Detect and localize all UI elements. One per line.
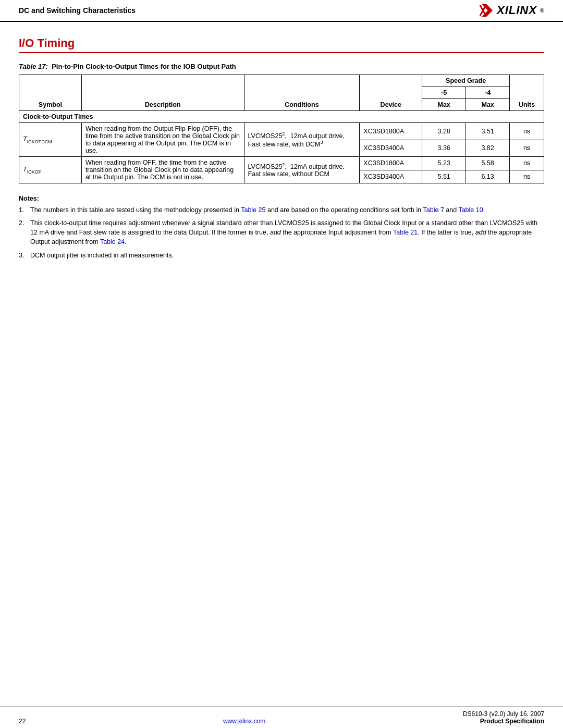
units-3400a-1: ns (510, 140, 544, 157)
page-content: I/O Timing Table 17: Pin-to-Pin Clock-to… (0, 22, 563, 285)
max5-1800a-2: 5.23 (422, 157, 466, 170)
max4-1800a-2: 5.58 (466, 157, 510, 170)
footer-website-link[interactable]: www.xilinx.com (223, 718, 265, 725)
xilinx-logo: XILINX ® (479, 3, 544, 18)
note-2-link2[interactable]: Table 24 (100, 238, 125, 245)
note-2: 2. This clock-to-output time requires ad… (19, 218, 544, 246)
col-max1-header: Max (422, 99, 466, 111)
device-3400a-1: XC3SD3400A (360, 140, 422, 157)
device-1800a-1: XC3SD1800A (360, 123, 422, 140)
col-max2-header: Max (466, 99, 510, 111)
note-1-num: 1. (19, 205, 26, 215)
col-minus5-header: -5 (422, 87, 466, 99)
max4-3400a-1: 3.82 (466, 140, 510, 157)
page-header: DC and Switching Characteristics XILINX … (0, 0, 563, 22)
max4-1800a-1: 3.51 (466, 123, 510, 140)
desc-tickof: When reading from OFF, the time from the… (81, 157, 244, 183)
max5-1800a-1: 3.28 (422, 123, 466, 140)
cond-tickofdcm: LVCMOS252, 12mA output drive, Fast slew … (244, 123, 360, 157)
desc-tickofdcm: When reading from the Output Flip-Flop (… (81, 123, 244, 157)
note-2-italic1: add (270, 229, 281, 236)
table-row-2a: TICKOF When reading from OFF, the time f… (19, 157, 544, 170)
footer-website[interactable]: www.xilinx.com (223, 718, 265, 725)
footer-product-spec: Product Specification (463, 718, 544, 725)
col-minus4-header: -4 (466, 87, 510, 99)
table-caption-text: Pin-to-Pin Clock-to-Output Times for the… (52, 63, 236, 70)
col-device-header: Device (360, 75, 422, 111)
footer-right: DS610-3 (v2.0) July 16, 2007 Product Spe… (463, 710, 544, 725)
note-2-italic2: add (475, 229, 486, 236)
notes-section: Notes: 1. The numbers in this table are … (19, 195, 544, 260)
max5-3400a-2: 5.51 (422, 170, 466, 183)
note-1-text: The numbers in this table are tested usi… (30, 205, 544, 215)
note-3: 3. DCM output jitter is included in all … (19, 251, 544, 260)
note-2-link1[interactable]: Table 21 (393, 229, 418, 236)
units-1800a-1: ns (510, 123, 544, 140)
col-units-header: Units (510, 75, 544, 111)
header-title: DC and Switching Characteristics (19, 6, 136, 15)
header-row-1: Symbol Description Conditions Device Spe… (19, 75, 544, 87)
table-row-1a: TICKOFDCM When reading from the Output F… (19, 123, 544, 140)
section-row-text: Clock-to-Output Times (19, 111, 544, 123)
device-3400a-2: XC3SD3400A (360, 170, 422, 183)
device-1800a-2: XC3SD1800A (360, 157, 422, 170)
max4-3400a-2: 6.13 (466, 170, 510, 183)
xilinx-logo-icon (479, 3, 494, 18)
table-caption-prefix: Table 17: (19, 63, 50, 70)
note-1-link3[interactable]: Table 10 (458, 206, 483, 214)
symbol-tickof: TICKOF (19, 157, 82, 183)
note-1-link1[interactable]: Table 25 (241, 206, 265, 214)
col-desc-header: Description (81, 75, 244, 111)
notes-title: Notes: (19, 195, 544, 202)
speed-grade-header: Speed Grade (422, 75, 510, 87)
footer-page-number: 22 (19, 718, 26, 725)
col-symbol-header: Symbol (19, 75, 82, 111)
cond-tickof: LVCMOS252, 12mA output drive, Fast slew … (244, 157, 360, 183)
notes-list: 1. The numbers in this table are tested … (19, 205, 544, 260)
units-1800a-2: ns (510, 157, 544, 170)
page-footer: 22 www.xilinx.com DS610-3 (v2.0) July 16… (0, 707, 563, 728)
note-1: 1. The numbers in this table are tested … (19, 205, 544, 215)
symbol-tickofdcm: TICKOFDCM (19, 123, 82, 157)
logo-text: XILINX (497, 4, 537, 17)
section-heading: I/O Timing (19, 36, 544, 53)
max5-3400a-1: 3.36 (422, 140, 466, 157)
note-2-num: 2. (19, 218, 26, 246)
note-3-text: DCM output jitter is included in all mea… (30, 251, 544, 260)
col-conditions-header: Conditions (244, 75, 360, 111)
note-1-link2[interactable]: Table 7 (423, 206, 444, 214)
table-caption: Table 17: Pin-to-Pin Clock-to-Output Tim… (19, 63, 544, 70)
note-2-text: This clock-to-output time requires adjus… (30, 218, 544, 246)
data-table: Symbol Description Conditions Device Spe… (19, 75, 544, 183)
footer-doc-id: DS610-3 (v2.0) July 16, 2007 (463, 710, 544, 718)
units-3400a-2: ns (510, 170, 544, 183)
note-3-num: 3. (19, 251, 26, 260)
section-row: Clock-to-Output Times (19, 111, 544, 123)
